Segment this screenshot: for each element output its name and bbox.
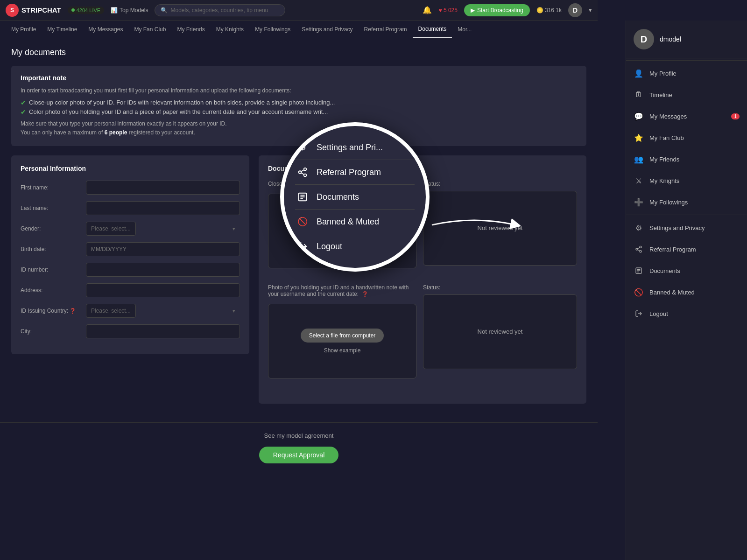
- subnav-my-friends[interactable]: My Friends: [171, 21, 210, 38]
- id-country-select-wrap: Please, select...: [86, 304, 240, 318]
- subnav-my-messages[interactable]: My Messages: [83, 21, 128, 38]
- personal-info-panel: Personal Information First name: Last na…: [11, 155, 249, 404]
- subnav-my-followings[interactable]: My Followings: [249, 21, 296, 38]
- subnav-more[interactable]: Mor...: [452, 21, 477, 38]
- bottom-bar: See my model agreement Request Approval: [0, 422, 598, 473]
- check-item-2: ✔ Color photo of you holding your ID and…: [21, 108, 577, 116]
- circle-banned-icon: 🚫: [295, 214, 310, 229]
- doc2-row: Photo of you holding your ID and a handw…: [268, 284, 577, 385]
- last-name-input[interactable]: [86, 201, 240, 215]
- circle-banned[interactable]: 🚫 Banned & Muted: [295, 210, 415, 234]
- svg-point-0: [304, 168, 307, 171]
- top-nav: S STRIPCHAT 4204 LIVE 📊 Top Models 🔍 Mod…: [0, 0, 598, 21]
- address-input[interactable]: [86, 283, 240, 297]
- circle-documents[interactable]: Documents: [295, 185, 415, 210]
- model-agreement-link[interactable]: See my model agreement: [9, 432, 588, 439]
- live-count: 4204 LIVE: [77, 7, 100, 13]
- personal-info-title: Personal Information: [21, 165, 240, 172]
- id-country-select[interactable]: Please, select...: [86, 304, 136, 318]
- doc2-status-col: Status: Not reviewed yet: [423, 284, 577, 385]
- circle-magnifier: ⚙ Settings and Pri... Referral Program D…: [280, 122, 430, 272]
- subnav-my-fan-club[interactable]: My Fan Club: [128, 21, 171, 38]
- sub-nav: My Profile My Timeline My Messages My Fa…: [0, 21, 598, 38]
- doc1-status-label: Status:: [423, 181, 577, 187]
- doc2-upload-button[interactable]: Select a file from computer: [301, 329, 384, 343]
- subnav-documents[interactable]: Documents: [413, 21, 452, 38]
- important-note-heading: Important note: [21, 74, 577, 82]
- gender-select[interactable]: Please, select...: [86, 222, 136, 236]
- circle-documents-label: Documents: [317, 192, 359, 202]
- dropdown-arrow: ▾: [589, 7, 592, 14]
- subnav-my-knights[interactable]: My Knights: [211, 21, 249, 38]
- id-number-row: ID number:: [21, 263, 240, 277]
- page-title: My documents: [11, 48, 586, 57]
- address-row: Address:: [21, 283, 240, 297]
- checkmark-1: ✔: [21, 99, 26, 106]
- top-models-link[interactable]: 📊 Top Models: [111, 7, 148, 14]
- hearts-count: ♥ 5 025: [438, 7, 458, 14]
- play-icon: ▶: [471, 7, 475, 14]
- check-item-1: ✔ Close-up color photo of your ID. For I…: [21, 99, 577, 106]
- doc1-status-area: Not reviewed yet: [423, 191, 577, 266]
- important-note-intro: In order to start broadcasting you must …: [21, 86, 577, 95]
- gender-row: Gender: Please, select...: [21, 222, 240, 236]
- circle-settings[interactable]: ⚙ Settings and Pri...: [295, 135, 415, 160]
- gender-label: Gender:: [21, 225, 86, 232]
- subnav-my-profile[interactable]: My Profile: [6, 21, 42, 38]
- doc2-show-example[interactable]: Show example: [324, 347, 361, 354]
- doc2-desc: Photo of you holding your ID and a handw…: [268, 284, 416, 297]
- birth-date-label: Birth date:: [21, 246, 86, 252]
- subnav-my-timeline[interactable]: My Timeline: [42, 21, 83, 38]
- user-avatar[interactable]: D: [568, 3, 582, 17]
- first-name-label: First name:: [21, 184, 86, 191]
- help-icon-doc2: ❓: [362, 291, 368, 297]
- first-name-input[interactable]: [86, 181, 240, 195]
- live-dot: [71, 8, 75, 12]
- city-row: City:: [21, 324, 240, 338]
- start-broadcasting-button[interactable]: ▶ Start Broadcasting: [464, 4, 530, 16]
- first-name-row: First name:: [21, 181, 240, 195]
- circle-documents-icon: [295, 189, 310, 204]
- svg-line-4: [301, 170, 304, 172]
- doc1-status-col: Status: Not reviewed yet: [423, 181, 577, 275]
- bell-icon[interactable]: 🔔: [423, 6, 432, 14]
- address-label: Address:: [21, 287, 86, 294]
- subnav-referral[interactable]: Referral Program: [359, 21, 413, 38]
- id-number-label: ID number:: [21, 266, 86, 273]
- search-bar[interactable]: 🔍 Models, categories, countries, tip men…: [155, 4, 285, 16]
- doc2-upload-col: Photo of you holding your ID and a handw…: [268, 284, 416, 385]
- important-note-note1: Make sure that you type your personal in…: [21, 119, 577, 128]
- last-name-label: Last name:: [21, 205, 86, 211]
- doc2-status-label: Status:: [423, 284, 577, 291]
- circle-referral-label: Referral Program: [317, 168, 381, 177]
- birth-date-row: Birth date:: [21, 242, 240, 256]
- last-name-row: Last name:: [21, 201, 240, 215]
- important-note-note2: You can only have a maximum of 6 people …: [21, 128, 577, 137]
- personal-info-card: Personal Information First name: Last na…: [11, 155, 249, 354]
- city-input[interactable]: [86, 324, 240, 338]
- svg-line-3: [301, 173, 304, 175]
- circle-logout-label: Logout: [317, 242, 342, 252]
- circle-logout[interactable]: Logout: [295, 234, 415, 259]
- subnav-settings[interactable]: Settings and Privacy: [296, 21, 358, 38]
- nav-right: 🔔 ♥ 5 025 ▶ Start Broadcasting 🪙 316 1k …: [423, 3, 592, 17]
- app-name: STRIPCHAT: [21, 6, 61, 14]
- gender-select-wrap: Please, select...: [86, 222, 240, 236]
- doc2-upload-area: Select a file from computer Show example: [268, 304, 416, 378]
- help-icon-country: ❓: [70, 308, 76, 314]
- doc1-status-value: Not reviewed yet: [478, 224, 523, 231]
- id-number-input[interactable]: [86, 263, 240, 277]
- search-icon: 🔍: [161, 7, 168, 14]
- request-approval-button[interactable]: Request Approval: [259, 447, 339, 463]
- live-badge: 4204 LIVE: [68, 7, 104, 14]
- svg-point-1: [299, 171, 302, 174]
- coins-display: 🪙 316 1k: [536, 7, 562, 14]
- id-country-row: ID Issuing Country: ❓ Please, select...: [21, 304, 240, 318]
- logo[interactable]: S STRIPCHAT: [6, 4, 61, 17]
- logo-icon: S: [6, 4, 19, 17]
- circle-banned-label: Banned & Muted: [317, 217, 379, 227]
- birth-date-input[interactable]: [86, 242, 240, 256]
- city-label: City:: [21, 328, 86, 335]
- circle-referral[interactable]: Referral Program: [295, 160, 415, 185]
- circle-settings-label: Settings and Pri...: [317, 143, 383, 153]
